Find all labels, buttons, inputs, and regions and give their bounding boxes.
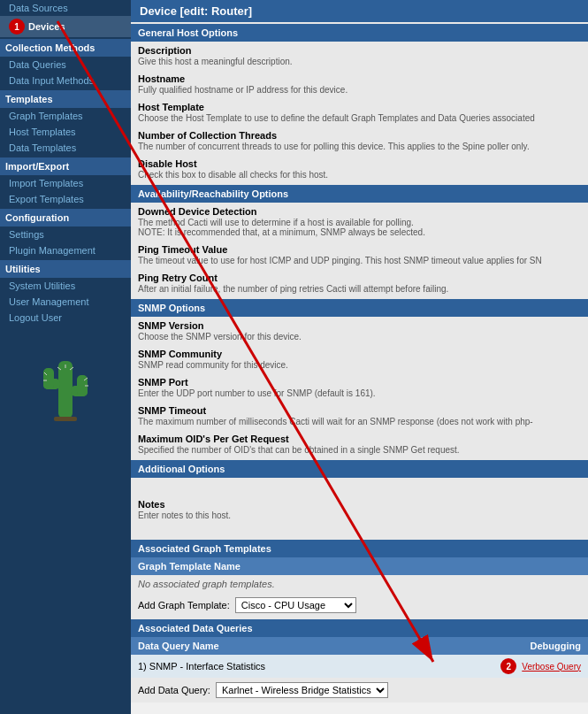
svg-rect-8	[54, 417, 77, 421]
cactus-logo	[0, 326, 131, 445]
option-notes: Notes Enter notes to this host.	[131, 495, 588, 524]
section-assoc-data-queries: Associated Data Queries	[131, 619, 588, 637]
spacer	[131, 524, 588, 538]
add-graph-template-select[interactable]: Cisco - CPU Usage Linux - Memory Usage I…	[235, 597, 356, 613]
sidebar-item-logout-user[interactable]: Logout User	[0, 310, 131, 326]
sidebar-item-data-queries[interactable]: Data Queries	[0, 57, 131, 73]
option-hostname: Hostname Fully qualified hostname or IP …	[131, 70, 588, 98]
table-row: 1) SNMP - Interface Statistics 2 Verbose…	[131, 655, 588, 678]
option-snmp-timeout: SNMP Timeout The maximum number of milli…	[131, 402, 588, 430]
section-general-host-options: General Host Options	[131, 24, 588, 42]
sidebar-item-devices[interactable]: 1 Devices	[0, 16, 131, 37]
sidebar-item-graph-templates[interactable]: Graph Templates	[0, 108, 131, 124]
option-snmp-community: SNMP Community SNMP read community for t…	[131, 345, 588, 373]
add-graph-template-label: Add Graph Template:	[138, 600, 230, 610]
sidebar-item-plugin-management[interactable]: Plugin Management	[0, 242, 131, 258]
add-data-query-select[interactable]: Karlnet - Wireless Bridge Statistics SNM…	[216, 682, 388, 698]
option-snmp-version: SNMP Version Choose the SNMP version for…	[131, 317, 588, 345]
option-spacer	[131, 478, 588, 495]
row-num: 1)	[138, 661, 149, 672]
option-ping-timeout: Ping Timeout Value The timeout value to …	[131, 241, 588, 269]
option-ping-retry: Ping Retry Count After an initial failur…	[131, 269, 588, 297]
option-collection-threads: Number of Collection Threads The number …	[131, 127, 588, 155]
badge-2: 2	[500, 658, 516, 674]
option-max-oid: Maximum OID's Per Get Request Specified …	[131, 430, 588, 458]
verbose-query-link[interactable]: Verbose Query	[522, 662, 581, 672]
col-graph-template-name: Graph Template Name	[138, 561, 581, 572]
add-graph-template-row: Add Graph Template: Cisco - CPU Usage Li…	[131, 593, 588, 618]
section-assoc-graph-templates: Associated Graph Templates	[131, 540, 588, 557]
option-downed-device: Downed Device Detection The method Cacti…	[131, 203, 588, 241]
svg-rect-2	[43, 368, 54, 389]
graph-template-table-header: Graph Template Name	[131, 557, 588, 575]
no-graph-templates: No associated graph templates.	[131, 575, 588, 593]
option-host-template: Host Template Choose the Host Template t…	[131, 98, 588, 127]
col-data-query-name: Data Query Name	[138, 641, 360, 651]
sidebar-section-import-export: Import/Export	[0, 157, 131, 175]
sidebar-item-user-management[interactable]: User Management	[0, 294, 131, 310]
section-snmp-options: SNMP Options	[131, 299, 588, 317]
sidebar-section-templates: Templates	[0, 90, 131, 108]
section-availability: Availability/Reachability Options	[131, 185, 588, 203]
sidebar-item-host-templates[interactable]: Host Templates	[0, 124, 131, 140]
sidebar-section-utilities: Utilities	[0, 260, 131, 278]
sidebar-item-data-sources[interactable]: Data Sources	[0, 0, 131, 16]
sidebar: Data Sources 1 Devices Collection Method…	[0, 0, 131, 714]
section-additional-options: Additional Options	[131, 460, 588, 478]
cactus-icon	[34, 343, 96, 427]
col-debugging: Debugging	[360, 641, 582, 651]
option-description: Description Give this host a meaningful …	[131, 42, 588, 70]
option-snmp-port: SNMP Port Enter the UDP port number to u…	[131, 373, 588, 402]
sidebar-section-configuration: Configuration	[0, 209, 131, 226]
add-data-query-label: Add Data Query:	[138, 685, 210, 695]
sidebar-item-data-templates[interactable]: Data Templates	[0, 140, 131, 156]
sidebar-item-export-templates[interactable]: Export Templates	[0, 191, 131, 207]
option-disable-host: Disable Host Check this box to disable a…	[131, 155, 588, 183]
badge-1: 1	[9, 19, 25, 35]
data-query-table-header: Data Query Name Debugging	[131, 637, 588, 655]
sidebar-item-import-templates[interactable]: Import Templates	[0, 175, 131, 191]
page-title: Device [edit: Router]	[131, 0, 588, 22]
sidebar-item-system-utilities[interactable]: System Utilities	[0, 278, 131, 294]
data-query-row-name: 1) SNMP - Interface Statistics	[138, 661, 500, 672]
main-content: Device [edit: Router] General Host Optio…	[131, 0, 588, 702]
sidebar-item-data-input-methods[interactable]: Data Input Methods	[0, 73, 131, 88]
row-snmp-interface: SNMP - Interface Statistics	[149, 661, 265, 672]
sidebar-item-settings[interactable]: Settings	[0, 226, 131, 242]
sidebar-section-collection-methods: Collection Methods	[0, 39, 131, 57]
add-data-query-row: Add Data Query: Karlnet - Wireless Bridg…	[131, 678, 588, 702]
